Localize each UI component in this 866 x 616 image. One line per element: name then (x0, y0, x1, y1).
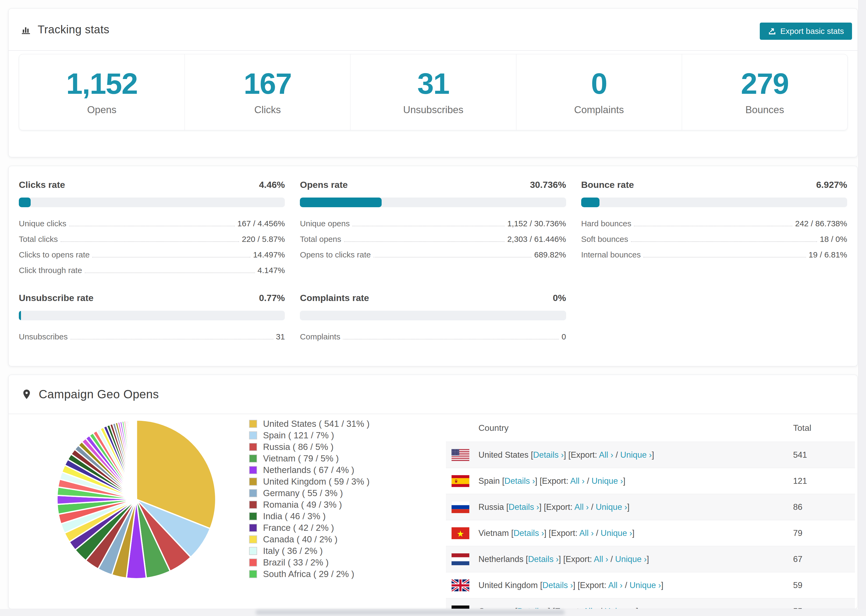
geo-row-total: 541 (793, 450, 855, 460)
rate-detail-value: 689.82% (534, 250, 566, 260)
legend-label: Russia ( 86 / 5% ) (263, 442, 334, 452)
export-unique-link[interactable]: Unique › (630, 580, 661, 590)
country-name: Germany (479, 607, 513, 609)
details-link[interactable]: Details › (509, 502, 539, 512)
rates-card: Clicks rate 4.46% Unique clicks 167 / 4.… (8, 166, 858, 366)
horizontal-scrollbar-thumb[interactable] (255, 610, 565, 615)
country-name: Vietnam (479, 528, 509, 538)
export-all-link[interactable]: All › (594, 555, 608, 564)
export-all-link[interactable]: All › (575, 502, 589, 512)
dotted-leader (92, 257, 250, 258)
geo-pie-legend: United States ( 541 / 31% ) Spain ( 121 … (249, 418, 370, 580)
rate-detail-label: Opens to clicks rate (300, 250, 371, 260)
geo-row-total: 79 (793, 528, 855, 538)
export-label: Export: (580, 580, 606, 590)
legend-swatch (249, 558, 257, 567)
rate-section-clicks-rate: Clicks rate 4.46% Unique clicks 167 / 4.… (19, 179, 285, 275)
export-all-link[interactable]: All › (570, 476, 584, 486)
rate-section-complaints-rate: Complaints rate 0% Complaints 0 (300, 293, 566, 342)
rate-detail-value: 4.147% (258, 266, 285, 275)
legend-swatch (249, 443, 257, 451)
export-unique-link[interactable]: Unique › (605, 607, 636, 609)
legend-item: Italy ( 36 / 2% ) (249, 545, 370, 556)
stat-value: 31 (417, 69, 449, 98)
export-label: Export: (542, 476, 568, 486)
rate-detail-label: Soft bounces (581, 235, 628, 244)
export-unique-link[interactable]: Unique › (615, 555, 647, 564)
details-link[interactable]: Details › (533, 450, 564, 460)
rate-progress-bar (300, 198, 566, 207)
total-column-header: Total (793, 423, 855, 433)
legend-label: United Kingdom ( 59 / 3% ) (263, 476, 370, 487)
horizontal-scrollbar[interactable] (0, 609, 866, 616)
legend-swatch (249, 466, 257, 474)
legend-label: United States ( 541 / 31% ) (263, 419, 370, 429)
rate-progress-bar (19, 198, 285, 207)
legend-item: Brazil ( 33 / 2% ) (249, 556, 370, 568)
geo-row-total: 121 (793, 476, 855, 486)
rate-detail-label: Click through rate (19, 266, 82, 275)
export-unique-link[interactable]: Unique › (601, 528, 632, 538)
rate-title: Clicks rate (19, 179, 65, 190)
nl-flag-icon (452, 553, 469, 565)
legend-item: South Africa ( 29 / 2% ) (249, 568, 370, 580)
details-link[interactable]: Details › (513, 528, 544, 538)
vertical-scrollbar[interactable] (858, 0, 866, 616)
rate-detail-label: Unique clicks (19, 219, 66, 229)
dotted-leader (344, 241, 505, 242)
rate-detail-row: Unique clicks 167 / 4.456% (19, 213, 285, 229)
legend-swatch (249, 570, 257, 578)
rate-detail-value: 220 / 5.87% (242, 235, 285, 244)
export-all-link[interactable]: All › (579, 528, 594, 538)
details-link[interactable]: Details › (542, 580, 573, 590)
rate-detail-row: Opens to clicks rate 689.82% (300, 244, 566, 260)
country-name: United Kingdom (479, 580, 538, 590)
details-link[interactable]: Details › (505, 476, 535, 486)
country-column-header: Country (446, 423, 793, 433)
export-label: Export: (571, 450, 597, 460)
geo-row-country-cell: United Kingdom [Details ›] [Export: All … (479, 580, 793, 590)
geo-row-total: 86 (793, 502, 855, 512)
country-name: Spain (479, 476, 500, 486)
rate-title: Opens rate (300, 179, 348, 190)
rate-section-bounce-rate: Bounce rate 6.927% Hard bounces 242 / 86… (581, 179, 847, 275)
stat-label: Opens (87, 104, 117, 116)
rate-value: 6.927% (816, 179, 847, 190)
export-unique-link[interactable]: Unique › (596, 502, 627, 512)
rate-title: Bounce rate (581, 179, 634, 190)
export-unique-link[interactable]: Unique › (591, 476, 623, 486)
geo-row-country-cell: Russia [Details ›] [Export: All › / Uniq… (479, 502, 793, 512)
geo-pie-chart (53, 416, 220, 583)
geo-row-country-cell: Germany [Details ›] [Export: All › / Uni… (479, 607, 793, 609)
rate-detail-value: 2,303 / 61.446% (507, 235, 566, 244)
legend-label: Italy ( 36 / 2% ) (263, 546, 323, 556)
export-all-link[interactable]: All › (599, 450, 613, 460)
legend-swatch (249, 420, 257, 428)
export-button-label: Export basic stats (780, 27, 844, 36)
details-link[interactable]: Details › (528, 555, 559, 564)
stat-label: Bounces (745, 104, 784, 116)
export-all-link[interactable]: All › (583, 607, 597, 609)
legend-label: France ( 42 / 2% ) (263, 523, 334, 533)
legend-item: Spain ( 121 / 7% ) (249, 429, 370, 441)
rate-detail-row: Unsubscribes 31 (19, 326, 285, 342)
rate-value: 30.736% (530, 179, 566, 190)
country-name: Russia (479, 502, 504, 512)
details-link[interactable]: Details › (518, 607, 548, 609)
dotted-leader (643, 257, 806, 258)
rate-detail-row: Complaints 0 (300, 326, 566, 342)
dotted-leader (71, 339, 273, 339)
export-unique-link[interactable]: Unique › (620, 450, 652, 460)
rate-detail-row: Unique opens 1,152 / 30.736% (300, 213, 566, 229)
rate-detail-label: Total opens (300, 235, 341, 244)
stat-box-complaints: 0 Complaints (516, 54, 682, 130)
export-basic-stats-button[interactable]: Export basic stats (760, 23, 852, 40)
de-flag-icon (452, 605, 469, 609)
rate-detail-label: Unique opens (300, 219, 350, 229)
geo-table-row-nl: Netherlands [Details ›] [Export: All › /… (446, 546, 855, 572)
geo-title: Campaign Geo Opens (39, 388, 159, 401)
rate-title: Unsubscribe rate (19, 293, 94, 303)
page: Tracking stats Export basic stats 1,152 … (0, 0, 866, 616)
legend-swatch (249, 454, 257, 462)
export-all-link[interactable]: All › (608, 580, 622, 590)
